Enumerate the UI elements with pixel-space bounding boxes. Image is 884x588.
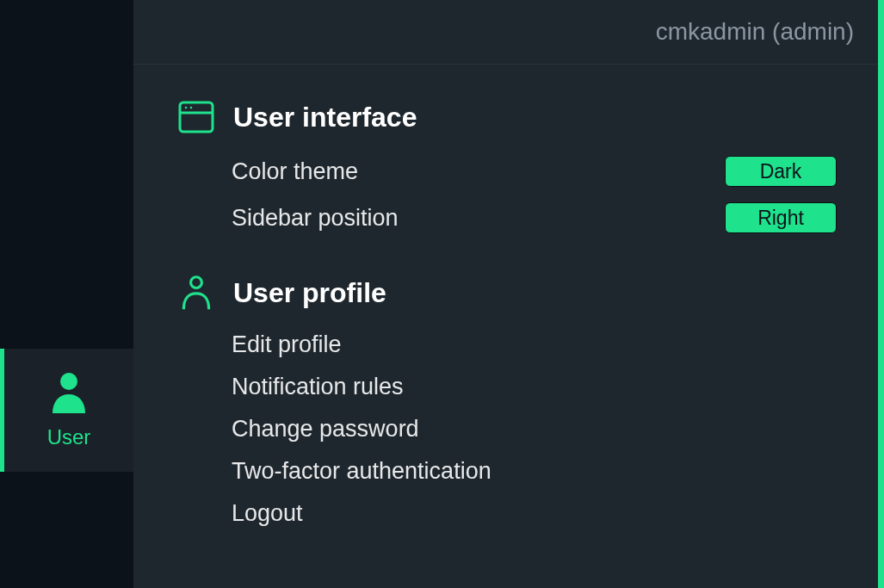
main-panel: cmkadmin (admin) User interface: [133, 0, 884, 588]
sidebar: User: [0, 0, 133, 588]
svg-point-0: [60, 373, 77, 390]
content: User interface Color theme Dark Sidebar …: [133, 65, 878, 588]
menu-item-notification-rules[interactable]: Notification rules: [232, 374, 837, 400]
svg-point-5: [191, 277, 202, 288]
svg-rect-1: [180, 102, 213, 132]
section-header-user-profile: User profile: [178, 275, 837, 311]
section-title-user-interface: User interface: [233, 102, 417, 133]
setting-label-sidebar-position: Sidebar position: [232, 205, 399, 232]
setting-label-color-theme: Color theme: [232, 158, 358, 185]
menu-item-edit-profile[interactable]: Edit profile: [232, 331, 837, 358]
svg-point-3: [185, 107, 188, 109]
sidebar-item-user[interactable]: User: [0, 349, 133, 472]
setting-color-theme: Color theme Dark: [178, 156, 837, 187]
setting-sidebar-position: Sidebar position Right: [178, 202, 837, 233]
header: cmkadmin (admin): [133, 0, 878, 65]
section-header-user-interface: User interface: [178, 99, 837, 135]
section-title-user-profile: User profile: [233, 277, 386, 309]
color-theme-toggle[interactable]: Dark: [725, 156, 837, 187]
user-profile-menu: Edit profile Notification rules Change p…: [178, 331, 837, 527]
section-user-interface: User interface Color theme Dark Sidebar …: [178, 99, 837, 233]
header-user-display: cmkadmin (admin): [656, 18, 854, 46]
svg-point-4: [190, 107, 193, 109]
user-icon: [51, 372, 87, 413]
menu-item-change-password[interactable]: Change password: [232, 416, 837, 443]
menu-item-logout[interactable]: Logout: [232, 500, 837, 527]
sidebar-position-toggle[interactable]: Right: [725, 202, 837, 233]
section-user-profile: User profile Edit profile Notification r…: [178, 275, 837, 527]
menu-item-two-factor[interactable]: Two-factor authentication: [232, 458, 837, 485]
browser-window-icon: [178, 99, 214, 135]
person-icon: [178, 275, 214, 311]
sidebar-item-label: User: [47, 425, 91, 449]
